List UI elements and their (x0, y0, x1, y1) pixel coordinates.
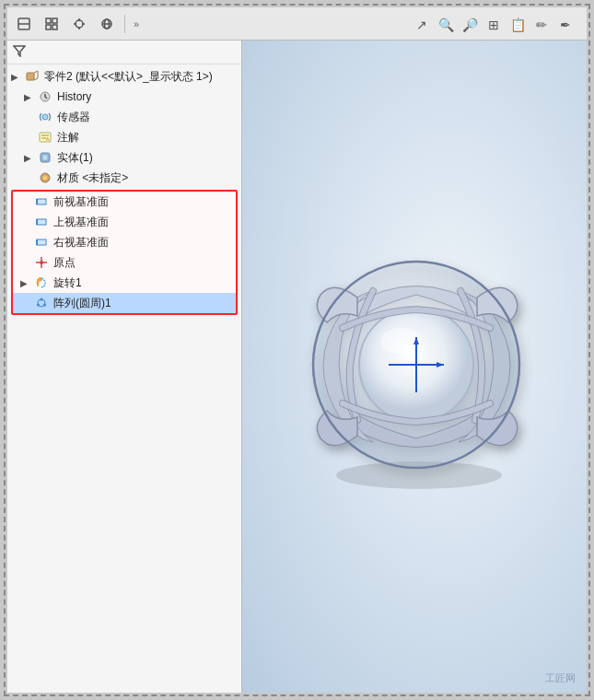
solid-label: 实体(1) (57, 150, 93, 166)
revolve-icon (33, 274, 50, 291)
front-plane-icon (33, 193, 50, 210)
tree-item-material[interactable]: ▶ 材质 <未指定> (7, 168, 241, 188)
globe-button[interactable] (94, 11, 120, 37)
toolbar-separator (124, 15, 125, 33)
zoom-icon[interactable]: 🔍 (436, 15, 456, 35)
annotation-icon: A (37, 129, 53, 146)
svg-point-40 (37, 304, 40, 307)
top-right-icons: ↗ 🔍 🔎 ⊞ 📋 ✏ ✒ (412, 15, 576, 35)
revolve-arrow: ▶ (20, 278, 33, 288)
svg-point-6 (76, 20, 83, 28)
solid-icon (37, 149, 53, 166)
tree-item-front-plane[interactable]: ▶ 前视基准面 (13, 192, 236, 212)
tree-item-sensor[interactable]: ▶ 传感器 (7, 107, 241, 127)
front-plane-label: 前视基准面 (53, 194, 109, 210)
svg-rect-15 (27, 73, 34, 80)
tree-item-history[interactable]: ▶ History (7, 87, 241, 107)
history-arrow: ▶ (24, 92, 37, 102)
tree-item-pattern[interactable]: ▶ 阵列(圆周)1 (13, 293, 236, 313)
svg-rect-30 (37, 219, 46, 225)
filter-bar (7, 41, 241, 64)
svg-rect-26 (42, 155, 48, 160)
highlight-box: ▶ 前视基准面 ▶ (11, 190, 238, 315)
tree-item-solid[interactable]: ▶ 实体(1) (7, 147, 241, 168)
pen-icon[interactable]: ✒ (555, 15, 576, 35)
top-plane-label: 上视基准面 (53, 215, 109, 230)
svg-rect-28 (37, 199, 46, 204)
history-icon (37, 88, 53, 105)
svg-rect-5 (52, 25, 57, 29)
pattern-label: 阵列(圆周)1 (53, 296, 111, 311)
root-label: 零件2 (默认<<默认>_显示状态 1>) (44, 69, 213, 85)
svg-rect-32 (37, 239, 46, 245)
root-arrow: ▶ (11, 72, 24, 82)
sensor-label: 传感器 (57, 110, 90, 125)
material-icon (37, 169, 53, 186)
history-label: History (57, 90, 91, 103)
tree-area: ▶ 零件2 (默认<<默认>_显示状态 1>) ▶ (7, 64, 241, 693)
right-plane-icon (33, 234, 50, 251)
tree-item-annotation[interactable]: ▶ A 注解 (7, 127, 241, 147)
origin-label: 原点 (53, 255, 76, 271)
annotation-label: 注解 (57, 130, 79, 146)
right-plane-label: 右视基准面 (53, 235, 109, 251)
solid-arrow: ▶ (24, 153, 37, 163)
grid2-icon[interactable]: ⊞ (483, 15, 504, 35)
sketch-button[interactable] (11, 11, 37, 37)
svg-point-45 (380, 328, 421, 354)
arrow-icon[interactable]: ↗ (412, 15, 432, 35)
edit-icon[interactable]: ✏ (531, 15, 552, 35)
filter-icon (13, 44, 26, 60)
revolve-label: 旋转1 (53, 275, 82, 291)
svg-point-39 (43, 304, 46, 307)
svg-point-20 (42, 114, 48, 120)
toolbar-expand[interactable]: » (130, 18, 143, 29)
origin-icon (33, 254, 50, 271)
search2-icon[interactable]: 🔎 (460, 15, 480, 35)
crosshair-button[interactable] (66, 11, 92, 37)
feature-tree-panel: ▶ 零件2 (默认<<默认>_显示状态 1>) ▶ (7, 41, 242, 693)
pattern-icon (33, 295, 50, 311)
3d-model (276, 228, 553, 505)
part-icon (24, 68, 41, 85)
svg-point-27 (41, 173, 50, 182)
tree-item-origin[interactable]: ▶ 原点 (13, 252, 236, 273)
tree-root[interactable]: ▶ 零件2 (默认<<默认>_显示状态 1>) (7, 66, 241, 87)
svg-line-17 (34, 78, 38, 80)
clipboard-icon[interactable]: 📋 (507, 15, 528, 35)
svg-rect-4 (46, 25, 51, 29)
viewport[interactable]: 工匠网 (242, 41, 587, 693)
grid-button[interactable] (39, 11, 64, 37)
sensor-icon (37, 109, 53, 125)
tree-item-revolve[interactable]: ▶ 旋转1 (13, 273, 236, 293)
watermark: 工匠网 (545, 671, 576, 685)
top-plane-icon (33, 214, 50, 230)
svg-point-36 (40, 261, 43, 264)
svg-point-38 (41, 298, 43, 301)
svg-line-16 (34, 71, 38, 73)
content-area: ▶ 零件2 (默认<<默认>_显示状态 1>) ▶ (7, 41, 587, 693)
svg-marker-14 (14, 46, 25, 56)
material-label: 材质 <未指定> (57, 170, 128, 186)
tree-item-top-plane[interactable]: ▶ 上视基准面 (13, 212, 236, 232)
svg-rect-3 (52, 18, 57, 23)
svg-rect-2 (46, 18, 51, 23)
tree-item-right-plane[interactable]: ▶ 右视基准面 (13, 232, 236, 252)
